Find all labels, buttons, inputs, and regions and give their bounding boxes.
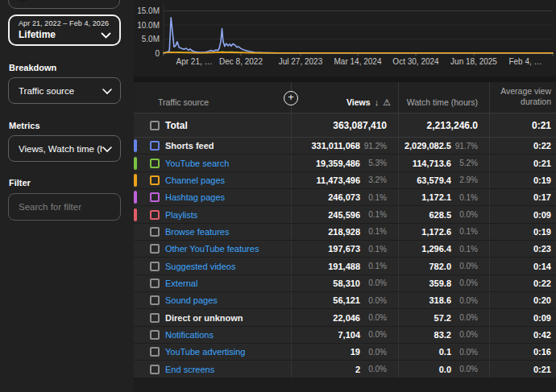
add-metric-button[interactable]: +	[284, 91, 298, 105]
table-row[interactable]: YouTube search19,359,4865.3%114,713.65.2…	[134, 155, 556, 171]
views-value: 7,104	[338, 330, 360, 340]
avg-duration-cell: 0:09	[489, 206, 556, 222]
column-header-watch-time[interactable]: Watch time (hours)	[398, 82, 489, 113]
table-row[interactable]: Suggested videos191,4880.1%782.00.0%0:14	[134, 258, 556, 274]
x-tick-label: Mar 14, 2024	[334, 57, 382, 66]
traffic-source-cell: Sound pages	[134, 292, 291, 308]
row-checkbox[interactable]	[150, 210, 160, 220]
traffic-source-label[interactable]: Playlists	[165, 210, 197, 220]
views-cell: 191,4880.1%	[291, 258, 398, 274]
watch-time-percent: 0.0%	[451, 348, 478, 357]
views-value: 19	[351, 347, 360, 357]
row-checkbox[interactable]	[150, 141, 160, 151]
date-range-selector[interactable]: Apr 21, 2022 – Feb 4, 2026 Lifetime	[8, 14, 121, 46]
avg-duration-value: 0:21	[533, 159, 551, 168]
traffic-source-label: Direct or unknown	[165, 313, 243, 323]
breakdown-select[interactable]: Traffic source	[8, 77, 121, 104]
traffic-source-label[interactable]: Suggested videos	[165, 262, 235, 271]
y-tick-label: 15.0M	[134, 6, 160, 15]
traffic-source-label[interactable]: Sound pages	[165, 295, 218, 305]
views-value: 22,046	[333, 313, 360, 323]
table-row[interactable]: Browse features218,9280.1%1,172.60.1%0:1…	[134, 224, 556, 241]
x-tick-label: Jun 18, 2025	[450, 57, 497, 66]
traffic-source-cell: External	[134, 275, 291, 291]
table-row[interactable]: Playlists245,5960.1%628.50.0%0:09	[134, 206, 556, 223]
row-checkbox[interactable]	[150, 313, 160, 323]
watch-time-value: 1,172.1	[421, 192, 451, 202]
avg-duration-value: 0:19	[533, 175, 551, 185]
avg-duration-value: 0:09	[533, 313, 551, 323]
avg-duration-value: 0:42	[533, 330, 551, 340]
table-row[interactable]: End screens20.0%0.00.0%0:21	[134, 361, 556, 378]
table-row[interactable]: External58,3100.0%359.80.0%0:22	[134, 275, 556, 292]
row-checkbox[interactable]	[150, 295, 160, 305]
views-percent: 0.0%	[360, 365, 387, 373]
total-watch-time: 2,213,246.0	[427, 120, 478, 131]
views-percent: 3.2%	[360, 175, 387, 184]
avg-duration-cell: 0:16	[489, 344, 556, 360]
table-row[interactable]: Channel pages11,473,4963.2%63,579.42.9%0…	[134, 172, 556, 189]
table-row[interactable]: Shorts feed331,011,06891.2%2,029,082.591…	[134, 138, 556, 155]
row-checkbox[interactable]	[150, 244, 160, 254]
watch-time-value: 57.2	[434, 313, 451, 323]
traffic-source-label[interactable]: Channel pages	[165, 175, 225, 185]
row-checkbox[interactable]	[150, 227, 160, 237]
row-checkbox[interactable]	[150, 175, 160, 185]
traffic-source-cell: Hashtag pages	[134, 189, 291, 205]
table-row[interactable]: Direct or unknown22,0460.0%57.20.0%0:09	[134, 309, 556, 326]
clipped-top-control[interactable]	[8, 0, 120, 9]
table-row[interactable]: Notifications7,1040.0%83.20.0%0:42	[134, 327, 556, 344]
filter-search-input[interactable]	[8, 193, 121, 221]
watch-time-cell: 1,172.10.1%	[398, 189, 489, 205]
views-cell: 19,359,4865.3%	[291, 155, 398, 171]
table-row[interactable]: Hashtag pages246,0730.1%1,172.10.1%0:17	[134, 189, 556, 206]
watch-time-cell: 318.60.0%	[398, 292, 489, 308]
row-checkbox[interactable]	[150, 279, 160, 288]
watch-time-value: 2,029,082.5	[405, 141, 451, 151]
avg-duration-value: 0:23	[533, 244, 551, 254]
row-checkbox[interactable]	[150, 365, 160, 374]
row-checkbox[interactable]	[150, 262, 160, 271]
watch-time-percent: 0.0%	[451, 365, 478, 373]
traffic-source-label[interactable]: Notifications	[165, 330, 214, 340]
avg-duration-cell: 0:21	[489, 155, 556, 171]
table-row[interactable]: Sound pages56,1210.0%318.60.0%0:20	[134, 292, 556, 309]
avg-duration-cell: 0:17	[489, 189, 556, 205]
metrics-select[interactable]: Views, Watch time (ho…	[8, 135, 121, 162]
series-color-chip	[134, 157, 137, 170]
avg-duration-cell: 0:19	[489, 172, 556, 188]
traffic-source-label[interactable]: Hashtag pages	[165, 192, 225, 202]
watch-time-percent: 0.0%	[451, 279, 478, 287]
row-checkbox[interactable]	[150, 347, 160, 357]
traffic-source-label[interactable]: Browse features	[165, 227, 229, 237]
total-avg-duration: 0:21	[532, 120, 551, 131]
column-header-views[interactable]: Views ↓ ⚠	[291, 82, 398, 113]
traffic-line-chart[interactable]: 15.0M10.0M5.0M0 Apr 21, …Dec 8, 2022Jul …	[134, 0, 556, 76]
table-row[interactable]: Other YouTube features197,6730.1%1,296.4…	[134, 241, 556, 258]
total-checkbox[interactable]	[150, 121, 160, 130]
traffic-source-label[interactable]: Other YouTube features	[165, 244, 259, 254]
filter-label: Filter	[9, 178, 31, 188]
traffic-source-cell: Channel pages	[134, 172, 291, 188]
views-value: 331,011,068	[311, 141, 360, 151]
row-checkbox[interactable]	[150, 159, 160, 168]
chart-table-separator	[134, 76, 556, 82]
avg-duration-cell: 0:23	[489, 241, 556, 257]
sort-descending-icon[interactable]: ↓	[375, 98, 380, 107]
warning-icon[interactable]: ⚠	[383, 98, 391, 107]
traffic-source-label[interactable]: YouTube search	[165, 159, 229, 168]
column-header-avg-duration[interactable]: Average view duration	[489, 82, 556, 113]
traffic-source-label[interactable]: End screens	[165, 365, 214, 374]
avg-duration-value: 0:14	[533, 262, 551, 271]
avg-duration-value: 0:19	[533, 227, 551, 237]
table-row[interactable]: YouTube advertising190.0%0.10.0%0:16	[134, 344, 556, 361]
column-header-traffic-source[interactable]: Traffic source	[134, 82, 291, 113]
traffic-source-label[interactable]: YouTube advertising	[165, 347, 245, 357]
traffic-source-label[interactable]: External	[165, 279, 197, 288]
views-cell: 7,1040.0%	[291, 327, 398, 343]
watch-time-value: 0.0	[439, 365, 451, 374]
views-cell: 58,3100.0%	[291, 275, 398, 291]
row-checkbox[interactable]	[150, 330, 160, 340]
watch-time-percent: 0.0%	[451, 210, 478, 219]
row-checkbox[interactable]	[150, 192, 160, 202]
